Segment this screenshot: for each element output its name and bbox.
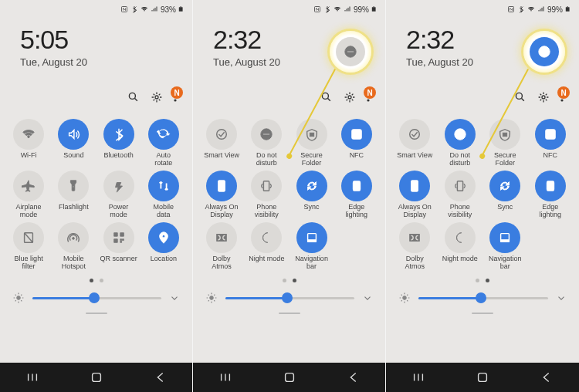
- tile-sync[interactable]: Sync: [290, 171, 334, 219]
- page-dot[interactable]: [100, 279, 103, 282]
- phonevis-toggle[interactable]: [251, 171, 282, 201]
- tile-flashlight[interactable]: Flashlight: [51, 171, 96, 219]
- tile-phonevis[interactable]: Phone visibility: [438, 171, 483, 219]
- tile-dolby[interactable]: Dolby Atmos: [199, 222, 244, 271]
- nightmode-toggle[interactable]: [445, 222, 476, 253]
- recents-button[interactable]: [218, 370, 232, 384]
- overflow-menu[interactable]: N: [367, 90, 370, 105]
- autorotate-toggle[interactable]: [148, 119, 179, 150]
- tile-nightmode[interactable]: Night mode: [438, 222, 483, 271]
- edge-toggle[interactable]: [535, 171, 566, 201]
- brightness-thumb[interactable]: [476, 292, 486, 303]
- tile-qrscan[interactable]: QR scanner: [96, 222, 141, 271]
- smartview-toggle[interactable]: [206, 119, 237, 150]
- brightness-track[interactable]: [225, 297, 354, 299]
- tile-hotspot[interactable]: Mobile Hotspot: [51, 222, 96, 271]
- panel-handle[interactable]: [0, 310, 192, 318]
- page-dot[interactable]: [90, 279, 93, 282]
- page-dot[interactable]: [486, 279, 489, 282]
- bluelight-toggle[interactable]: [13, 222, 44, 253]
- airplane-toggle[interactable]: [13, 171, 44, 201]
- dolby-toggle[interactable]: [206, 222, 237, 253]
- sync-toggle[interactable]: [489, 171, 520, 201]
- smartview-toggle[interactable]: [399, 119, 430, 150]
- qrscan-toggle[interactable]: [103, 222, 134, 253]
- tile-nfc[interactable]: NFC: [528, 119, 574, 167]
- page-dot[interactable]: [283, 279, 286, 282]
- tile-smartview[interactable]: Smart View: [199, 119, 244, 167]
- dolby-toggle[interactable]: [399, 222, 430, 253]
- tile-edge[interactable]: Edge lighting: [334, 171, 379, 219]
- sound-toggle[interactable]: [58, 119, 89, 150]
- location-toggle[interactable]: [148, 222, 179, 253]
- tile-aod[interactable]: Always On Display: [392, 171, 438, 219]
- tile-dolby[interactable]: Dolby Atmos: [392, 222, 438, 271]
- gear-icon[interactable]: [537, 91, 550, 103]
- nightmode-toggle[interactable]: [251, 222, 282, 253]
- tile-power[interactable]: Power mode: [96, 171, 141, 219]
- tile-smartview[interactable]: Smart View: [392, 119, 438, 167]
- brightness-track[interactable]: [418, 297, 548, 299]
- tile-edge[interactable]: Edge lighting: [528, 171, 574, 219]
- tile-nightmode[interactable]: Night mode: [244, 222, 289, 271]
- tile-dnd[interactable]: Do not disturb: [244, 119, 289, 167]
- brightness-thumb[interactable]: [89, 292, 100, 303]
- tile-wifi[interactable]: Wi-Fi: [6, 119, 51, 167]
- recents-button[interactable]: [25, 370, 39, 384]
- flashlight-toggle[interactable]: [58, 171, 89, 201]
- bluetooth-toggle[interactable]: [103, 119, 134, 150]
- home-button[interactable]: [476, 370, 489, 384]
- tile-dnd[interactable]: Do not disturb: [438, 119, 483, 167]
- tile-bluelight[interactable]: Blue light filter: [6, 222, 51, 271]
- dnd-toggle[interactable]: [251, 119, 282, 150]
- brightness-track[interactable]: [32, 297, 161, 299]
- wifi-toggle[interactable]: [13, 119, 44, 150]
- back-button[interactable]: [540, 370, 554, 384]
- tile-aod[interactable]: Always On Display: [199, 171, 244, 219]
- tile-navbar[interactable]: Navigation bar: [482, 222, 528, 271]
- navbar-toggle[interactable]: [296, 222, 327, 253]
- edge-toggle[interactable]: [341, 171, 372, 201]
- tile-sound[interactable]: Sound: [51, 119, 96, 167]
- tile-navbar[interactable]: Navigation bar: [290, 222, 334, 271]
- brightness-slider[interactable]: [386, 287, 579, 310]
- tile-phonevis[interactable]: Phone visibility: [244, 171, 289, 219]
- tile-nfc[interactable]: NFC: [334, 119, 379, 167]
- tile-airplane[interactable]: Airplane mode: [6, 171, 51, 219]
- tile-autorotate[interactable]: Auto rotate: [141, 119, 186, 167]
- phonevis-toggle[interactable]: [445, 171, 476, 201]
- aod-toggle[interactable]: [399, 171, 430, 201]
- page-dot[interactable]: [476, 279, 479, 282]
- navbar-toggle[interactable]: [489, 222, 520, 253]
- overflow-menu[interactable]: N: [560, 90, 564, 105]
- power-toggle[interactable]: [103, 171, 134, 201]
- aod-toggle[interactable]: [206, 171, 237, 201]
- hotspot-toggle[interactable]: [58, 222, 89, 253]
- overflow-menu[interactable]: N: [174, 90, 177, 105]
- tile-sync[interactable]: Sync: [482, 171, 528, 219]
- tile-location[interactable]: Location: [141, 222, 186, 271]
- chevron-down-icon[interactable]: [169, 292, 180, 303]
- nfc-toggle[interactable]: [341, 119, 372, 150]
- brightness-thumb[interactable]: [282, 292, 293, 303]
- mobiledata-toggle[interactable]: [148, 171, 179, 201]
- panel-handle[interactable]: [386, 310, 579, 318]
- panel-handle[interactable]: [193, 310, 385, 318]
- dnd-toggle[interactable]: [445, 119, 476, 150]
- brightness-slider[interactable]: [193, 287, 385, 310]
- search-icon[interactable]: [127, 91, 140, 103]
- tile-mobiledata[interactable]: Mobile data: [141, 171, 186, 219]
- gear-icon[interactable]: [344, 91, 356, 103]
- nfc-toggle[interactable]: [535, 119, 566, 150]
- home-button[interactable]: [283, 370, 296, 384]
- back-button[interactable]: [154, 370, 168, 384]
- home-button[interactable]: [90, 370, 103, 384]
- sync-toggle[interactable]: [296, 171, 327, 201]
- chevron-down-icon[interactable]: [556, 292, 567, 303]
- chevron-down-icon[interactable]: [362, 292, 373, 303]
- recents-button[interactable]: [411, 370, 425, 384]
- gear-icon[interactable]: [151, 91, 163, 103]
- brightness-slider[interactable]: [0, 287, 192, 310]
- back-button[interactable]: [347, 370, 361, 384]
- tile-bluetooth[interactable]: Bluetooth: [96, 119, 141, 167]
